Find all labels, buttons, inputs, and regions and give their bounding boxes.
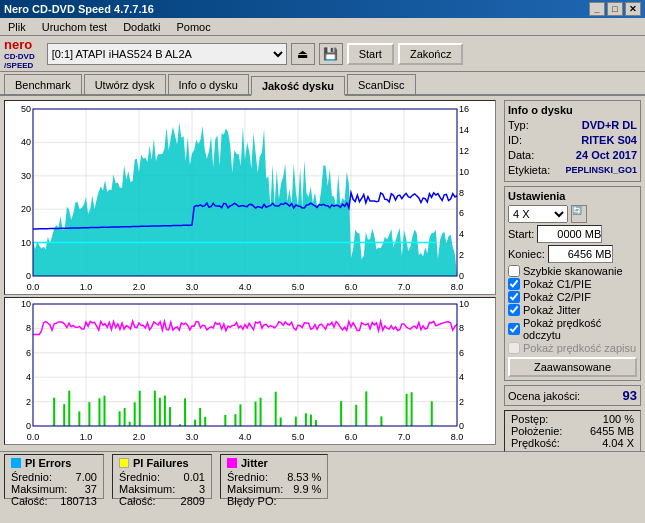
menu-plik[interactable]: Plik [4, 20, 30, 34]
tab-info-o-dysku[interactable]: Info o dysku [168, 74, 249, 94]
predkosc-value: 4.04 X [602, 437, 634, 449]
jitter-max-value: 9.9 % [293, 483, 321, 495]
pred-odczytu-checkbox[interactable] [508, 323, 520, 335]
predkosc-label: Prędkość: [511, 437, 560, 449]
disk-info-data: Data: 24 Oct 2017 [508, 148, 637, 163]
pi-max-label: Maksimum: [11, 483, 67, 495]
c1pie-row: Pokaż C1/PIE [508, 278, 637, 290]
data-value: 24 Oct 2017 [576, 148, 637, 163]
data-label: Data: [508, 148, 534, 163]
start-row: Start: [508, 225, 637, 243]
menu-bar: Plik Uruchom test Dodatki Pomoc [0, 18, 645, 36]
polozenie-row: Położenie: 6455 MB [511, 425, 634, 437]
pif-calkosc-label: Całość: [119, 495, 156, 507]
jitter-srednia-row: Średnio: 8.53 % [227, 471, 321, 483]
pred-zapisu-checkbox[interactable] [508, 342, 520, 354]
minimize-button[interactable]: _ [589, 2, 605, 16]
pi-failures-header: PI Failures [119, 457, 205, 469]
pi-calkosc-row: Całość: 180713 [11, 495, 97, 507]
start-button[interactable]: Start [347, 43, 394, 65]
logo-nero: nero [4, 37, 35, 52]
jitter-dot [227, 458, 237, 468]
settings-group: Ustawienia 4 X 🔄 Start: Koniec: Szybkie … [504, 186, 641, 381]
speed-row: 4 X 🔄 [508, 205, 637, 223]
menu-pomoc[interactable]: Pomoc [172, 20, 214, 34]
maximize-button[interactable]: □ [607, 2, 623, 16]
jitter-max-row: Maksimum: 9.9 % [227, 483, 321, 495]
postep-label: Postęp: [511, 413, 548, 425]
spin-button[interactable]: 🔄 [571, 205, 587, 223]
speed-select[interactable]: 4 X [508, 205, 568, 223]
pi-errors-group: PI Errors Średnio: 7.00 Maksimum: 37 Cał… [4, 454, 104, 499]
postep-group: Postęp: 100 % Położenie: 6455 MB Prędkoś… [504, 410, 641, 452]
pred-odczytu-row: Pokaż prędkość odczytu [508, 317, 637, 341]
pif-calkosc-value: 2809 [181, 495, 205, 507]
close-button[interactable]: ✕ [625, 2, 641, 16]
menu-dodatki[interactable]: Dodatki [119, 20, 164, 34]
disk-info-etykieta: Etykieta: PEPLINSKI_GO1 [508, 163, 637, 178]
jitter-srednia-value: 8.53 % [287, 471, 321, 483]
koniec-row: Koniec: [508, 245, 637, 263]
eject-icon[interactable]: ⏏ [291, 43, 315, 65]
szybkie-checkbox[interactable] [508, 265, 520, 277]
save-icon[interactable]: 💾 [319, 43, 343, 65]
quality-label: Ocena jakości: [508, 390, 580, 402]
jitter-max-label: Maksimum: [227, 483, 283, 495]
pred-zapisu-row: Pokaż prędkość zapisu [508, 342, 637, 354]
c1pie-label: Pokaż C1/PIE [523, 278, 591, 290]
pi-srednia-label: Średnio: [11, 471, 52, 483]
zaawansowane-button[interactable]: Zaawansowane [508, 357, 637, 377]
window-title: Nero CD-DVD Speed 4.7.7.16 [4, 3, 154, 15]
tab-jakosc-dysku[interactable]: Jakość dysku [251, 76, 345, 96]
c2pif-checkbox[interactable] [508, 291, 520, 303]
settings-title: Ustawienia [508, 190, 637, 202]
pi-calkosc-value: 180713 [60, 495, 97, 507]
pif-calkosc-row: Całość: 2809 [119, 495, 205, 507]
end-button[interactable]: Zakończ [398, 43, 464, 65]
typ-value: DVD+R DL [582, 118, 637, 133]
start-label: Start: [508, 228, 534, 240]
title-bar-buttons: _ □ ✕ [589, 2, 641, 16]
postep-row: Postęp: 100 % [511, 413, 634, 425]
drive-select[interactable]: [0:1] ATAPI iHAS524 B AL2A [47, 43, 287, 65]
pi-srednia-row: Średnio: 7.00 [11, 471, 97, 483]
pif-max-row: Maksimum: 3 [119, 483, 205, 495]
chart-top [4, 100, 496, 295]
main-content: Info o dysku Typ: DVD+R DL ID: RITEK S04… [0, 96, 645, 451]
pred-zapisu-label: Pokaż prędkość zapisu [523, 342, 636, 354]
charts-area [0, 96, 500, 451]
pif-srednia-label: Średnio: [119, 471, 160, 483]
pi-errors-dot [11, 458, 21, 468]
jitter-srednia-label: Średnio: [227, 471, 268, 483]
menu-uruchom-test[interactable]: Uruchom test [38, 20, 111, 34]
pi-max-value: 37 [85, 483, 97, 495]
toolbar: nero CD·DVD/SPEED [0:1] ATAPI iHAS524 B … [0, 36, 645, 72]
pi-max-row: Maksimum: 37 [11, 483, 97, 495]
start-input[interactable] [537, 225, 602, 243]
disk-info-title: Info o dysku [508, 104, 637, 116]
polozenie-label: Położenie: [511, 425, 562, 437]
jitter-label: Jitter [241, 457, 268, 469]
jitter-label: Pokaż Jitter [523, 304, 580, 316]
jitter-header: Jitter [227, 457, 321, 469]
pi-errors-header: PI Errors [11, 457, 97, 469]
pi-srednia-value: 7.00 [76, 471, 97, 483]
title-bar: Nero CD-DVD Speed 4.7.7.16 _ □ ✕ [0, 0, 645, 18]
chart-bottom [4, 297, 496, 445]
koniec-input[interactable] [548, 245, 613, 263]
jitter-checkbox[interactable] [508, 304, 520, 316]
logo: nero CD·DVD/SPEED [4, 37, 35, 70]
id-value: RITEK S04 [581, 133, 637, 148]
koniec-label: Koniec: [508, 248, 545, 260]
quality-row: Ocena jakości: 93 [504, 385, 641, 406]
postep-value: 100 % [603, 413, 634, 425]
pif-srednia-value: 0.01 [184, 471, 205, 483]
disk-info-typ: Typ: DVD+R DL [508, 118, 637, 133]
tab-benchmark[interactable]: Benchmark [4, 74, 82, 94]
szybkie-row: Szybkie skanowanie [508, 265, 637, 277]
tab-scandisc[interactable]: ScanDisc [347, 74, 415, 94]
tab-utworz-dysk[interactable]: Utwórz dysk [84, 74, 166, 94]
pif-srednia-row: Średnio: 0.01 [119, 471, 205, 483]
c1pie-checkbox[interactable] [508, 278, 520, 290]
right-panel: Info o dysku Typ: DVD+R DL ID: RITEK S04… [500, 96, 645, 451]
